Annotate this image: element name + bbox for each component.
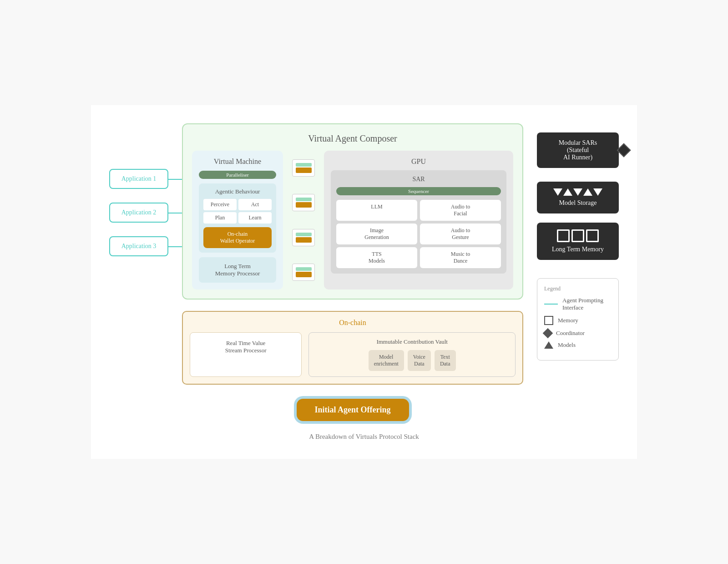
rtvsp-label: Real Time ValueStream Processor bbox=[225, 340, 267, 354]
vm-icon-top-4 bbox=[296, 267, 312, 271]
agentic-grid: Perceive Act Plan Learn bbox=[203, 199, 272, 224]
agentic-cell-learn: Learn bbox=[238, 212, 272, 224]
vac-wrapper: Virtual Agent Composer Virtual Machine P… bbox=[182, 123, 523, 424]
triangle-down-2 bbox=[573, 188, 582, 196]
vm-icon-bottom-2 bbox=[296, 202, 312, 208]
legend-item-models: Models bbox=[544, 341, 612, 349]
page-container: Application 1 Application 2 Application … bbox=[91, 105, 637, 459]
icv-grid: Modelenrichment VoiceData TextData bbox=[314, 350, 510, 371]
legend-models-label: Models bbox=[558, 341, 576, 349]
vac-container: Virtual Agent Composer Virtual Machine P… bbox=[182, 123, 523, 300]
model-storage-box: Model Storage bbox=[537, 182, 619, 213]
legend-item-coordinator: Coordinator bbox=[544, 330, 612, 337]
onchain-inner: Real Time ValueStream Processor Immutabl… bbox=[190, 332, 516, 377]
sar-cell-audio-facial: Audio toFacial bbox=[420, 200, 501, 221]
memory-icons bbox=[544, 229, 612, 242]
ltm-box: Long TermMemory Processor bbox=[199, 257, 276, 283]
vm-icon-4 bbox=[292, 264, 315, 281]
triangle-down-1 bbox=[553, 188, 562, 196]
modular-sars-wrapper: Modular SARs(StatefulAI Runner) bbox=[537, 132, 619, 168]
legend-diamond-symbol bbox=[543, 328, 553, 339]
sar-cell-audio-gesture: Audio toGesture bbox=[420, 224, 501, 244]
onchain-title: On-chain bbox=[190, 319, 516, 327]
vm-icon-bottom-3 bbox=[296, 237, 312, 243]
legend-square-symbol bbox=[544, 316, 553, 325]
model-storage-label: Model Storage bbox=[544, 199, 612, 207]
icv-title: Immutable Contribution Vault bbox=[314, 338, 510, 346]
rtvsp-box: Real Time ValueStream Processor bbox=[190, 332, 302, 377]
sar-box: SAR Sequencer LLM Audio toFacial ImageGe… bbox=[331, 170, 506, 274]
legend-coordinator-label: Coordinator bbox=[556, 330, 585, 337]
left-apps: Application 1 Application 2 Application … bbox=[109, 123, 168, 424]
icv-cell-model: Modelenrichment bbox=[369, 350, 404, 371]
legend-item-memory: Memory bbox=[544, 316, 612, 325]
triangle-up-2 bbox=[583, 188, 592, 196]
vm-icon-2 bbox=[292, 194, 315, 211]
vac-inner: Virtual Machine Paralleliser Agentic Beh… bbox=[192, 151, 513, 290]
vm-icon-1 bbox=[292, 159, 315, 177]
iao-outer: Initial Agent Offering bbox=[294, 396, 412, 424]
sequencer-badge: Sequencer bbox=[336, 187, 501, 195]
sar-cell-tts: TTSModels bbox=[336, 247, 417, 268]
app-box-1: Application 1 bbox=[109, 169, 168, 189]
legend-box: Legend Agent PromptingInterface Memory C… bbox=[537, 278, 619, 361]
agentic-cell-perceive: Perceive bbox=[203, 199, 237, 210]
icv-cell-text: TextData bbox=[435, 350, 456, 371]
legend-line-symbol bbox=[544, 304, 558, 305]
app-box-2: Application 2 bbox=[109, 203, 168, 223]
diagram-area: Application 1 Application 2 Application … bbox=[109, 123, 619, 424]
sar-title: SAR bbox=[336, 176, 501, 183]
agentic-cell-plan: Plan bbox=[203, 212, 237, 224]
onchain-section: On-chain Real Time ValueStream Processor… bbox=[182, 311, 523, 385]
vm-icon-bottom-4 bbox=[296, 272, 312, 277]
legend-item-line: Agent PromptingInterface bbox=[544, 297, 612, 311]
diamond-icon bbox=[617, 143, 631, 157]
vm-box: Virtual Machine Paralleliser Agentic Beh… bbox=[192, 151, 283, 290]
modular-sars-box: Modular SARs(StatefulAI Runner) bbox=[537, 132, 619, 168]
ltm-right-box: Long Term Memory bbox=[537, 223, 619, 260]
icv-cell-voice: VoiceData bbox=[408, 350, 431, 371]
vac-title: Virtual Agent Composer bbox=[192, 133, 513, 144]
right-col: Modular SARs(StatefulAI Runner) Model St… bbox=[537, 123, 619, 424]
vm-icons-col bbox=[290, 151, 317, 290]
vm-icon-top-2 bbox=[296, 198, 312, 201]
app-label-2: Application 2 bbox=[121, 209, 157, 216]
gpu-box: GPU SAR Sequencer LLM Audio toFacial Ima… bbox=[324, 151, 513, 290]
mem-square-3 bbox=[586, 229, 599, 242]
vm-icon-top-1 bbox=[296, 163, 312, 167]
agentic-cell-act: Act bbox=[238, 199, 272, 210]
gpu-title: GPU bbox=[331, 158, 506, 166]
mem-square-1 bbox=[557, 229, 570, 242]
vm-icon-bottom-1 bbox=[296, 168, 312, 173]
agentic-title: Agentic Behaviour bbox=[203, 188, 272, 195]
agentic-box: Agentic Behaviour Perceive Act Plan Lear… bbox=[199, 183, 276, 253]
icv-box: Immutable Contribution Vault Modelenrich… bbox=[308, 332, 516, 377]
sar-grid: LLM Audio toFacial ImageGeneration Audio… bbox=[336, 200, 501, 268]
vm-icon-top-3 bbox=[296, 233, 312, 236]
ltm-right-label: Long Term Memory bbox=[544, 246, 612, 253]
ltm-label: Long TermMemory Processor bbox=[215, 263, 260, 277]
app-box-3: Application 3 bbox=[109, 236, 168, 256]
app-label-3: Application 3 bbox=[121, 243, 157, 249]
triangle-up-1 bbox=[563, 188, 572, 196]
caption: A Breakdown of Virtuals Protocol Stack bbox=[109, 433, 619, 441]
iao-container: Initial Agent Offering bbox=[182, 396, 523, 424]
sar-cell-llm: LLM bbox=[336, 200, 417, 221]
sar-cell-music-dance: Music toDance bbox=[420, 247, 501, 268]
vm-title: Virtual Machine bbox=[199, 158, 276, 166]
wallet-label: On-chainWallet Operator bbox=[220, 231, 255, 244]
legend-memory-label: Memory bbox=[558, 317, 578, 324]
legend-line-label: Agent PromptingInterface bbox=[562, 297, 603, 311]
mem-square-2 bbox=[571, 229, 584, 242]
legend-triangle-symbol bbox=[544, 341, 553, 349]
legend-title: Legend bbox=[544, 285, 612, 292]
paralleliser-badge: Paralleliser bbox=[199, 171, 276, 179]
triangle-icons bbox=[544, 188, 612, 196]
wallet-operator-btn: On-chainWallet Operator bbox=[203, 227, 272, 248]
iao-inner: Initial Agent Offering bbox=[297, 399, 409, 421]
sar-cell-image-gen: ImageGeneration bbox=[336, 224, 417, 244]
modular-sars-label: Modular SARs(StatefulAI Runner) bbox=[559, 139, 597, 161]
app-label-1: Application 1 bbox=[121, 175, 157, 182]
vm-icon-3 bbox=[292, 229, 315, 246]
triangle-down-3 bbox=[593, 188, 602, 196]
